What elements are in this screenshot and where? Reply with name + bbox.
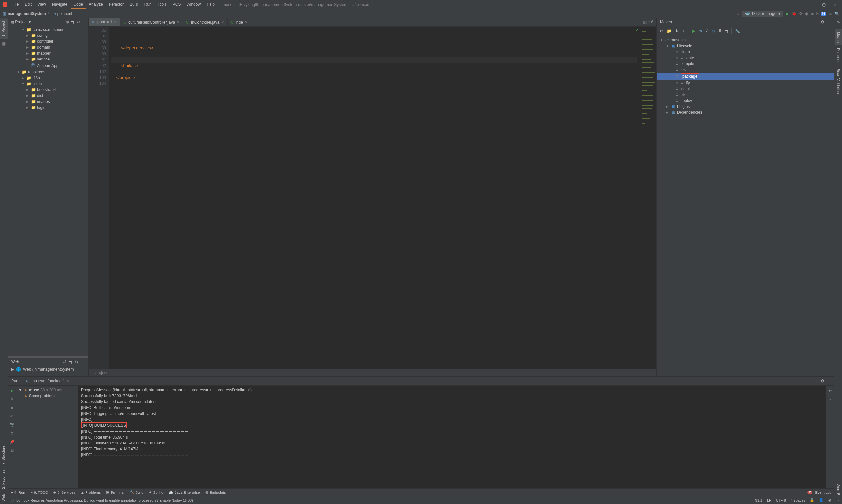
menu-tools[interactable]: Tools [155,1,169,8]
split-icon[interactable]: ▥ ≡ 6 [640,18,657,26]
sidebar-tab-web[interactable]: Web [0,491,7,504]
maven-goal-package[interactable]: ⚙package [657,73,834,80]
menu-run[interactable]: Run [142,1,154,8]
run-config-dropdown[interactable]: 🐳 Docker Image ▾ [742,11,784,17]
camera-icon[interactable]: 📷 [10,422,15,427]
run-root-label[interactable]: muse [29,388,39,392]
editor-tab[interactable]: mpom.xml× [89,18,120,26]
maven-goal-validate[interactable]: ⚙validate [657,55,834,61]
minimize-icon[interactable]: — [810,2,814,7]
maximize-icon[interactable]: ▢ [822,2,826,7]
minimap[interactable] [640,26,657,369]
sidebar-tab-project[interactable]: 1: Project [0,18,7,39]
coverage-icon[interactable]: ⟳ [799,12,803,16]
menu-window[interactable]: Window [184,1,203,8]
tab-eventlog[interactable]: Event Log [815,490,831,494]
tree-item[interactable]: ⒸMuseumApp [8,62,88,69]
maven-dependencies[interactable]: ▶▦Dependencies [657,109,834,115]
vcs-root-icon[interactable]: ▣ [0,41,7,46]
add-icon[interactable]: ＋ [681,28,685,34]
collapse-all-icon[interactable]: ⇆ [725,29,728,33]
inspector-icon[interactable]: 👤 [819,498,824,502]
maven-goal-install[interactable]: ⚙install [657,86,834,92]
sidebar-tab-maven[interactable]: Maven [835,29,842,46]
menu-analyze[interactable]: Analyze [86,1,106,8]
editor-tab[interactable]: CInController.java× [183,18,227,26]
search-icon[interactable]: 🔍 [835,12,839,16]
tree-item[interactable]: ▶📁domain [8,44,88,50]
maven-goal-test[interactable]: ⚙test [657,67,834,73]
tree-item[interactable]: ▶📁i18n [8,75,88,81]
maven-lifecycle[interactable]: ▼▣Lifecycle [657,43,834,49]
layout-icon[interactable]: ▦ [10,448,14,453]
tree-item[interactable]: ▶📁login [8,105,88,110]
tab-endpoints[interactable]: ◎ Endpoints [205,490,226,494]
hide-icon[interactable]: — [827,20,831,24]
editor-breadcrumb[interactable]: project [89,369,657,376]
editor-tab[interactable]: Cinde× [228,18,251,26]
menu-view[interactable]: View [35,1,49,8]
sidebar-tab-structure[interactable]: 7: Structure [0,443,7,467]
profile-icon[interactable]: ◉ [805,12,808,16]
tree-item[interactable]: ▼📁static [8,81,88,87]
settings-icon[interactable]: ⚙ [10,431,14,436]
tree-item[interactable]: ▶📁service [8,56,88,62]
sidebar-tab-ant[interactable]: Ant [835,18,842,29]
tree-item[interactable]: ▶📁controller [8,38,88,44]
tab-spring[interactable]: ❀ Spring [149,490,163,494]
run-maven-icon[interactable]: ▶ [692,29,695,33]
editor-tab[interactable]: CculturalRelicController.java× [120,18,183,26]
menu-edit[interactable]: Edit [22,1,34,8]
sidebar-tab-favorites[interactable]: 2: Favorites [0,467,7,491]
translate-icon[interactable]: G [821,12,826,16]
tree-item[interactable]: ▶📁bootstrap4 [8,87,88,93]
tab-run[interactable]: ▶ 4: Run [11,490,25,494]
tree-item[interactable]: ▼📁resources [8,69,88,75]
run-tab[interactable]: m museum [package] × [23,378,71,384]
menu-code[interactable]: Code [71,1,86,8]
close-tab-icon[interactable]: × [245,20,247,25]
hide-icon[interactable]: — [827,379,831,383]
web-module-label[interactable]: Web (in managementSystem [23,367,74,372]
hide-icon[interactable]: — [81,360,85,364]
cursor-position[interactable]: 91:1 [755,499,763,502]
rerun-icon[interactable]: ▶ [11,388,14,393]
maven-goal-clean[interactable]: ⚙clean [657,49,834,55]
sidebar-tab-bean[interactable]: Bean Validation [835,66,842,96]
collapse-icon[interactable]: ⇆ [71,20,74,24]
maven-m-icon[interactable]: m [699,29,702,33]
tab-problems[interactable]: ▲ Problems [80,490,101,494]
close-tab-icon[interactable]: × [222,20,224,25]
gear-icon[interactable]: ⚙ [76,20,80,24]
tree-item[interactable]: ▼📁com.zsc.museum [8,26,88,33]
menu-refactor[interactable]: Refactor [106,1,126,8]
status-message[interactable]: Lombok Requires Annotation Processing: D… [16,499,193,502]
breadcrumb-root[interactable]: managementSystem [7,12,46,16]
collapse-arrow-icon[interactable]: ▼ [18,388,22,392]
arrow-icon[interactable]: ▶ [11,367,14,372]
expand-icon[interactable]: ⇵ [63,360,67,364]
run-problem-label[interactable]: Some problem [29,394,55,398]
menu-build[interactable]: Build [127,1,141,8]
hide-icon[interactable]: — [82,20,86,24]
tree-item[interactable]: ▶📁config [8,33,88,38]
pin-icon[interactable]: 📌 [10,439,15,444]
watch-icon[interactable]: 👁 [10,414,14,418]
chrome-icon[interactable]: ◉ [828,498,831,502]
tree-item[interactable]: ▶📁dist [8,93,88,98]
menu-vcs[interactable]: VCS [170,1,183,8]
maven-root[interactable]: ▼mmuseum [657,37,834,43]
vcs-icon[interactable]: ⎘ [816,12,819,16]
tab-terminal[interactable]: ▣ Terminal [106,490,124,494]
soft-wrap-icon[interactable]: ↩ [828,388,832,393]
generate-icon[interactable]: 📁 [667,29,671,33]
maven-plugins[interactable]: ▶▣Plugins [657,104,834,109]
debug-icon[interactable]: 🐞 [792,12,796,16]
download-icon[interactable]: ⬇ [675,29,678,33]
maven-goal-deploy[interactable]: ⚙deploy [657,98,834,104]
maven-goal-site[interactable]: ⚙site [657,92,834,98]
toggle-offline-icon[interactable]: ⊬ [705,29,709,33]
gear-icon[interactable]: ⚙ [821,379,824,383]
stop-icon[interactable]: ■ [811,12,813,16]
sidebar-tab-wordbook[interactable]: Word Book [835,481,842,504]
